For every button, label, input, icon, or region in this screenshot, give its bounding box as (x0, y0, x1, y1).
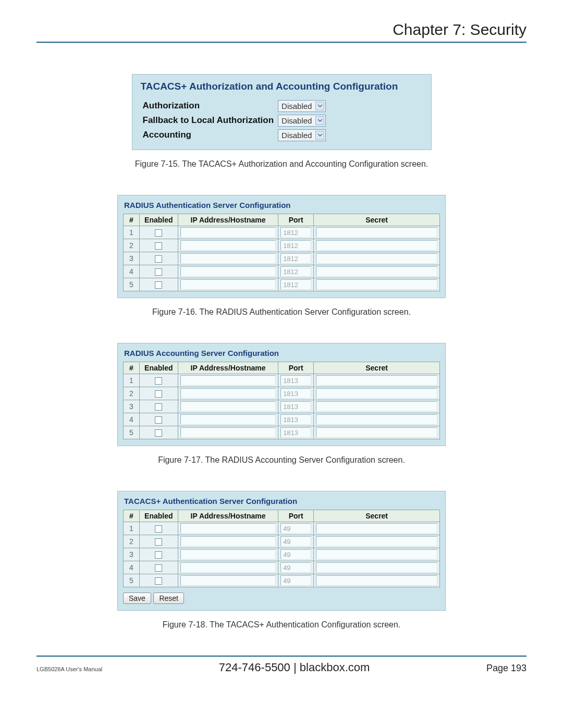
ip-input[interactable] (180, 549, 276, 560)
port-input[interactable]: 49 (280, 523, 311, 534)
table-row: 41812 (124, 265, 440, 278)
secret-input[interactable] (316, 388, 437, 399)
row-label-fallback: Fallback to Local Authorization (143, 113, 278, 128)
port-input[interactable]: 49 (280, 549, 311, 560)
row-number: 1 (124, 374, 140, 387)
chapter-title: Chapter 7: Security (36, 21, 527, 43)
enabled-checkbox[interactable] (155, 390, 162, 398)
footer-divider (36, 656, 527, 657)
row-number: 5 (124, 426, 140, 439)
secret-input[interactable] (316, 253, 437, 264)
table-row: 149 (124, 522, 440, 535)
authorization-select[interactable]: Disabled (278, 100, 326, 112)
secret-input[interactable] (316, 427, 437, 438)
ip-input[interactable] (180, 388, 276, 399)
figure-caption-7-15: Figure 7-15. The TACACS+ Authorization a… (36, 159, 527, 169)
table-row: 51813 (124, 426, 440, 439)
ip-input[interactable] (180, 562, 276, 573)
row-number: 2 (124, 387, 140, 400)
enabled-checkbox[interactable] (155, 268, 162, 276)
row-number: 2 (124, 535, 140, 548)
enabled-checkbox[interactable] (155, 281, 162, 289)
secret-input[interactable] (316, 375, 437, 386)
port-input[interactable]: 1813 (280, 401, 311, 412)
footer-page: Page 193 (486, 663, 527, 674)
fallback-select[interactable]: Disabled (278, 115, 326, 127)
ip-input[interactable] (180, 227, 276, 238)
secret-input[interactable] (316, 536, 437, 547)
enabled-checkbox[interactable] (155, 416, 162, 424)
enabled-checkbox[interactable] (155, 564, 162, 572)
tacacs-auth-table: # Enabled IP Address/Hostname Port Secre… (123, 510, 440, 587)
enabled-checkbox[interactable] (155, 551, 162, 559)
port-input[interactable]: 49 (280, 536, 311, 547)
secret-input[interactable] (316, 227, 437, 238)
port-input[interactable]: 1813 (280, 388, 311, 399)
page-footer: LGB5028A User's Manual 724-746-5500 | bl… (36, 661, 527, 674)
port-input[interactable]: 1813 (280, 414, 311, 425)
secret-input[interactable] (316, 401, 437, 412)
ip-input[interactable] (180, 253, 276, 264)
row-number: 3 (124, 548, 140, 561)
row-number: 3 (124, 252, 140, 265)
port-input[interactable]: 1812 (280, 266, 311, 277)
table-row: 31813 (124, 400, 440, 413)
ip-input[interactable] (180, 401, 276, 412)
ip-input[interactable] (180, 536, 276, 547)
secret-input[interactable] (316, 240, 437, 251)
row-number: 5 (124, 278, 140, 291)
port-input[interactable]: 1813 (280, 375, 311, 386)
port-input[interactable]: 1812 (280, 279, 311, 290)
enabled-checkbox[interactable] (155, 255, 162, 263)
col-ip: IP Address/Hostname (178, 362, 278, 374)
secret-input[interactable] (316, 523, 437, 534)
enabled-checkbox[interactable] (155, 538, 162, 546)
table-row: 51812 (124, 278, 440, 291)
footer-manual: LGB5028A User's Manual (36, 666, 102, 672)
secret-input[interactable] (316, 279, 437, 290)
port-input[interactable]: 49 (280, 562, 311, 573)
ip-input[interactable] (180, 523, 276, 534)
select-value: Disabled (282, 116, 312, 125)
port-input[interactable]: 49 (280, 575, 311, 586)
secret-input[interactable] (316, 549, 437, 560)
port-input[interactable]: 1812 (280, 227, 311, 238)
enabled-checkbox[interactable] (155, 525, 162, 533)
ip-input[interactable] (180, 240, 276, 251)
chevron-down-icon (315, 116, 324, 125)
row-number: 1 (124, 522, 140, 535)
enabled-checkbox[interactable] (155, 242, 162, 250)
col-secret: Secret (314, 510, 440, 522)
col-enabled: Enabled (139, 214, 178, 226)
ip-input[interactable] (180, 375, 276, 386)
radius-auth-table: # Enabled IP Address/Hostname Port Secre… (123, 214, 440, 291)
secret-input[interactable] (316, 414, 437, 425)
enabled-checkbox[interactable] (155, 229, 162, 237)
ip-input[interactable] (180, 575, 276, 586)
port-input[interactable]: 1813 (280, 427, 311, 438)
ip-input[interactable] (180, 266, 276, 277)
enabled-checkbox[interactable] (155, 429, 162, 437)
enabled-checkbox[interactable] (155, 377, 162, 385)
ip-input[interactable] (180, 279, 276, 290)
row-label-accounting: Accounting (143, 128, 278, 142)
accounting-select[interactable]: Disabled (278, 129, 326, 141)
port-input[interactable]: 1812 (280, 253, 311, 264)
save-button[interactable]: Save (123, 593, 151, 604)
table-row: 21812 (124, 239, 440, 252)
secret-input[interactable] (316, 575, 437, 586)
enabled-checkbox[interactable] (155, 403, 162, 411)
table-row: 11813 (124, 374, 440, 387)
col-enabled: Enabled (139, 362, 178, 374)
table-row: 449 (124, 561, 440, 574)
enabled-checkbox[interactable] (155, 577, 162, 585)
secret-input[interactable] (316, 266, 437, 277)
port-input[interactable]: 1812 (280, 240, 311, 251)
tacacs-authz-acct-panel: TACACS+ Authorization and Accounting Con… (132, 74, 432, 150)
col-num: # (124, 214, 140, 226)
ip-input[interactable] (180, 414, 276, 425)
ip-input[interactable] (180, 427, 276, 438)
secret-input[interactable] (316, 562, 437, 573)
row-number: 4 (124, 265, 140, 278)
reset-button[interactable]: Reset (153, 593, 184, 604)
